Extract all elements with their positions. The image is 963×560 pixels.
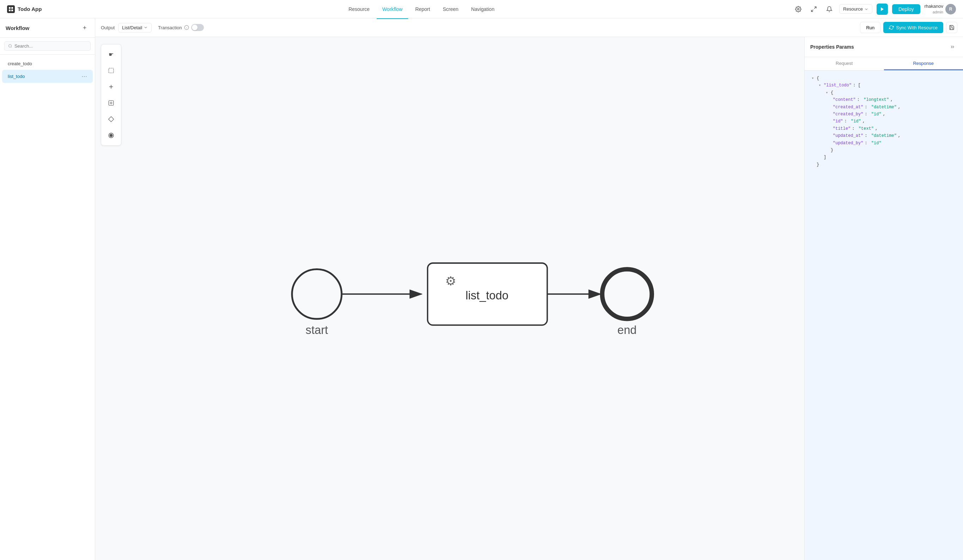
top-nav: Todo App Resource Workflow Report Screen… xyxy=(0,0,963,18)
transaction-wrap: Transaction xyxy=(158,24,204,31)
save-button[interactable] xyxy=(946,22,957,33)
run-button[interactable]: Run xyxy=(860,22,880,33)
nav-screen[interactable]: Screen xyxy=(437,4,464,14)
canvas-area: Output List/Detail Transaction Run Sync … xyxy=(95,18,963,560)
user-role: admin xyxy=(924,10,943,15)
chevron-down-icon xyxy=(864,7,869,11)
app-icon xyxy=(7,5,15,13)
json-line-6: "id": "id", xyxy=(810,118,957,125)
json-line-0: ▾ { xyxy=(810,75,957,82)
tab-response[interactable]: Response xyxy=(884,57,963,70)
json-line-11: ] xyxy=(810,154,957,161)
sidebar: Workflow + create_todo list_todo ⋯ xyxy=(0,18,95,560)
search-wrap xyxy=(4,41,91,51)
add-workflow-button[interactable]: + xyxy=(80,23,89,32)
sidebar-header: Workflow + xyxy=(0,18,95,38)
properties-header: Properties Params xyxy=(805,37,963,57)
save-icon xyxy=(949,25,955,30)
sidebar-item-menu-icon[interactable]: ⋯ xyxy=(81,73,87,80)
nav-workflow[interactable]: Workflow xyxy=(377,4,408,14)
start-node[interactable] xyxy=(292,269,342,319)
user-avatar-circle: R xyxy=(945,4,956,15)
sync-button[interactable]: Sync With Resource xyxy=(883,22,943,33)
sidebar-item-create-todo[interactable]: create_todo xyxy=(2,58,93,70)
info-icon xyxy=(184,25,189,30)
properties-tabs: Request Response xyxy=(805,57,963,71)
properties-content: ▾ { ▾ "list_todo": [ ▾ { "content": "lon… xyxy=(805,71,963,560)
deploy-button[interactable]: Deploy xyxy=(892,4,920,14)
search-input[interactable] xyxy=(15,44,87,49)
collapse-btn-2[interactable]: ▾ xyxy=(824,89,829,96)
canvas-content: ☛ xyxy=(95,37,963,560)
nav-report[interactable]: Report xyxy=(410,4,436,14)
transaction-toggle[interactable] xyxy=(191,24,204,31)
properties-panel: Properties Params Request Response ▾ { ▾ xyxy=(804,37,963,560)
start-label: start xyxy=(305,324,328,337)
svg-point-8 xyxy=(8,44,11,47)
svg-line-5 xyxy=(814,7,816,8)
json-line-2: ▾ { xyxy=(810,89,957,96)
end-node[interactable] xyxy=(602,269,652,319)
task-gear-icon: ⚙ xyxy=(445,274,456,288)
svg-marker-7 xyxy=(881,7,884,11)
output-dropdown[interactable]: List/Detail xyxy=(118,23,152,32)
nav-resource[interactable]: Resource xyxy=(343,4,375,14)
user-name: rhakanov xyxy=(924,3,943,10)
svg-line-6 xyxy=(812,10,814,11)
json-line-7: "title": "text", xyxy=(810,125,957,132)
svg-rect-3 xyxy=(11,10,13,11)
search-icon xyxy=(8,44,12,48)
json-line-12: } xyxy=(810,161,957,168)
list-todo-node-label: list_todo xyxy=(465,289,509,302)
notifications-icon[interactable] xyxy=(824,3,835,15)
nav-links: Resource Workflow Report Screen Navigati… xyxy=(53,4,790,14)
end-label: end xyxy=(617,324,637,337)
workflow-diagram[interactable]: start ⚙ list_todo end xyxy=(95,37,804,560)
properties-title: Properties Params xyxy=(810,44,854,50)
chevron-right-double-icon xyxy=(950,44,955,50)
sidebar-search xyxy=(0,38,95,55)
diagram-area[interactable]: ☛ xyxy=(95,37,804,560)
sidebar-title: Workflow xyxy=(6,25,29,31)
json-line-8: "updated_at": "datetime", xyxy=(810,132,957,139)
json-line-10: } xyxy=(810,147,957,154)
json-line-1: ▾ "list_todo": [ xyxy=(810,82,957,89)
nav-navigation[interactable]: Navigation xyxy=(465,4,500,14)
sidebar-list: create_todo list_todo ⋯ xyxy=(0,55,95,560)
properties-collapse-button[interactable] xyxy=(947,42,957,52)
canvas-toolbar: Output List/Detail Transaction Run Sync … xyxy=(95,18,963,37)
json-line-5: "created_by": "id", xyxy=(810,111,957,118)
svg-rect-1 xyxy=(11,7,13,9)
json-line-3: "content": "longtext", xyxy=(810,96,957,103)
toggle-knob xyxy=(192,25,198,30)
json-line-9: "updated_by": "id" xyxy=(810,140,957,147)
play-button[interactable] xyxy=(877,3,888,15)
svg-line-9 xyxy=(11,47,11,48)
svg-point-4 xyxy=(798,8,799,10)
svg-rect-2 xyxy=(9,10,11,11)
collapse-btn-1[interactable]: ▾ xyxy=(817,82,822,89)
json-line-4: "created_at": "datetime", xyxy=(810,104,957,111)
output-chevron-icon xyxy=(144,25,148,30)
output-label: Output xyxy=(101,25,115,30)
app-title: Todo App xyxy=(18,6,42,12)
user-avatar[interactable]: rhakanov admin R xyxy=(924,3,956,15)
resource-dropdown[interactable]: Resource xyxy=(839,4,872,14)
collapse-btn-0[interactable]: ▾ xyxy=(810,75,815,82)
svg-rect-0 xyxy=(9,7,11,9)
main-layout: Workflow + create_todo list_todo ⋯ Outpu… xyxy=(0,18,963,560)
fullscreen-icon[interactable] xyxy=(808,3,819,15)
settings-icon[interactable] xyxy=(793,3,804,15)
user-info: rhakanov admin xyxy=(924,3,943,15)
toolbar-right: Run Sync With Resource xyxy=(860,22,957,33)
tab-request[interactable]: Request xyxy=(805,57,884,70)
sync-icon xyxy=(889,25,894,30)
sidebar-item-list-todo[interactable]: list_todo ⋯ xyxy=(2,70,93,83)
nav-right: Resource Deploy rhakanov admin R xyxy=(793,3,956,15)
